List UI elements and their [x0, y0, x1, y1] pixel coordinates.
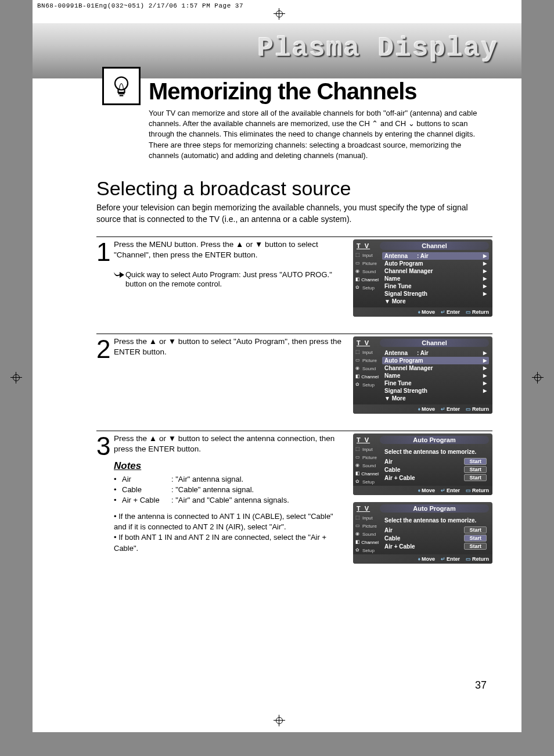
step-2: 2 Press the ▲ or ▼ button to select "Aut… [96, 334, 492, 424]
step-instruction: Press the MENU button. Press the ▲ or ▼ … [114, 240, 318, 259]
osd-side-item: ⬚Input [354, 348, 380, 356]
osd-side-item: ✿Setup [354, 381, 380, 389]
osd-option-row: CableStart [382, 465, 489, 474]
osd-option-row: Air + CableStart [382, 542, 489, 550]
lightbulb-icon [102, 67, 141, 105]
section-heading: Selecting a broadcast source [96, 177, 492, 200]
osd-prompt: Select the antennas to memorize. [382, 446, 489, 457]
osd-side-item: ▭Picture [354, 259, 380, 267]
crop-mark-icon [274, 8, 285, 20]
notes-list: •Air: "Air" antenna signal. •Cable: "Cab… [114, 474, 347, 554]
step-instruction: Press the ▲ or ▼ button to select the an… [114, 434, 334, 453]
osd-side-item: ✿Setup [354, 478, 380, 486]
osd-side-item: ▭Picture [354, 522, 380, 530]
crop-mark-icon [10, 372, 22, 384]
osd-side-item: ◧Channel [354, 275, 380, 284]
osd-side-item: ◧Channel [354, 470, 380, 478]
osd-panel-1: T VChannel ⬚Input▭Picture◉Sound◧Channel✿… [353, 239, 492, 317]
osd-menu-item: Fine Tune▶ [382, 282, 489, 290]
osd-side-item: ◉Sound [354, 530, 380, 538]
intro-paragraph: Your TV can memorize and store all of th… [149, 108, 492, 161]
osd-menu-item: ▼ More [382, 298, 489, 305]
step-text: Press the ▲ or ▼ button to select the an… [114, 433, 347, 571]
osd-start-button: Start [464, 543, 487, 550]
osd-menu-item: Channel Manager▶ [382, 267, 489, 275]
pointer-arrow-icon [114, 270, 125, 290]
osd-menu-item: Fine Tune▶ [382, 379, 489, 387]
banner-title: Plasma Display [258, 34, 498, 64]
osd-menu-item: Channel Manager▶ [382, 364, 489, 372]
osd-menu-item: Auto Program▶ [382, 357, 489, 364]
notes-heading: Notes [114, 460, 347, 473]
osd-start-button: Start [464, 535, 487, 542]
step-number: 2 [96, 336, 114, 424]
quick-tip-text: Quick way to select Auto Program: Just p… [125, 270, 347, 290]
osd-side-item: ⬚Input [354, 251, 380, 259]
osd-menu-item: Signal Strength▶ [382, 387, 489, 395]
osd-side-item: ◉Sound [354, 267, 380, 275]
osd-start-button: Start [464, 474, 487, 481]
osd-menu-item: Name▶ [382, 275, 489, 282]
osd-side-item: ⬚Input [354, 514, 380, 522]
note-extra-2: • If both ANT 1 IN and ANT 2 IN are conn… [114, 532, 347, 553]
osd-side-item: ◉Sound [354, 461, 380, 470]
step-text: Press the MENU button. Press the ▲ or ▼ … [114, 239, 347, 327]
note-extra-1: • If the antenna is connected to ANT 1 I… [114, 511, 347, 532]
osd-option-row: AirStart [382, 526, 489, 534]
osd-menu-item: Signal Strength▶ [382, 290, 489, 298]
osd-menu-item: ▼ More [382, 395, 489, 402]
content-area: Memorizing the Channels Your TV can memo… [33, 78, 521, 571]
osd-side-item: ◉Sound [354, 364, 380, 372]
osd-footer: ♦Move ↵Enter ▭Return [353, 404, 492, 414]
osd-menu-item: Antenna: Air▶ [382, 252, 489, 260]
osd-side-item: ⬚Input [354, 445, 380, 453]
page: BN68-00991B-01Eng(032~051) 2/17/06 1:57 … [33, 0, 521, 732]
osd-footer: ♦Move ↵Enter ▭Return [353, 307, 492, 317]
osd-option-row: Air + CableStart [382, 474, 489, 482]
step-3: 3 Press the ▲ or ▼ button to select the … [96, 431, 492, 571]
step-number: 1 [96, 239, 114, 327]
crop-mark-icon [274, 715, 285, 726]
step-1: 1 Press the MENU button. Press the ▲ or … [96, 237, 492, 327]
osd-menu-item: Auto Program▶ [382, 260, 489, 267]
osd-side-item: ▭Picture [354, 453, 380, 461]
osd-side-item: ▭Picture [354, 356, 380, 364]
osd-footer: ♦Move ↵Enter ▭Return [353, 486, 492, 495]
osd-menu-item: Name▶ [382, 372, 489, 379]
page-title: Memorizing the Channels [149, 78, 492, 105]
osd-start-button: Start [464, 526, 487, 533]
osd-panel-2: T VChannel ⬚Input▭Picture◉Sound◧Channel✿… [353, 336, 492, 414]
osd-side-item: ◧Channel [354, 372, 380, 381]
osd-menu-item: Antenna: Air▶ [382, 349, 489, 357]
step-number: 3 [96, 433, 114, 571]
osd-option-row: CableStart [382, 534, 489, 542]
page-number: 37 [475, 679, 487, 691]
osd-footer: ♦Move ↵Enter ▭Return [353, 554, 492, 564]
quick-tip: Quick way to select Auto Program: Just p… [114, 270, 347, 290]
step-text: Press the ▲ or ▼ button to select "Auto … [114, 336, 347, 424]
osd-option-row: AirStart [382, 457, 489, 465]
title-block: Memorizing the Channels Your TV can memo… [149, 78, 492, 161]
osd-side-item: ✿Setup [354, 546, 380, 554]
osd-panel-3: T VAuto Program ⬚Input▭Picture◉Sound◧Cha… [353, 433, 492, 495]
osd-start-button: Start [464, 458, 487, 465]
osd-panel-4: T VAuto Program ⬚Input▭Picture◉Sound◧Cha… [353, 502, 492, 564]
osd-start-button: Start [464, 466, 487, 473]
osd-prompt: Select the antennas to memorize. [382, 515, 489, 526]
osd-side-item: ✿Setup [354, 284, 380, 292]
osd-side-item: ◧Channel [354, 538, 380, 546]
section-intro: Before your television can begin memoriz… [96, 202, 492, 225]
crop-mark-icon [532, 372, 544, 384]
